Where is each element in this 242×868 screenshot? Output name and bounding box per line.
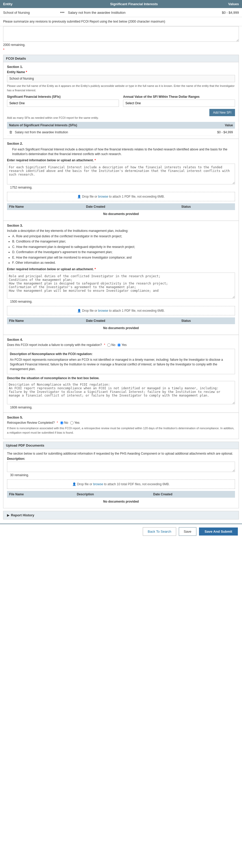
section4-char-count: 1608 remaining.: [7, 405, 235, 410]
section3-required-label: Enter required information below or uplo…: [7, 268, 235, 271]
section3-no-docs: No documents provided: [7, 324, 235, 332]
report-history-arrow: ▶: [7, 514, 9, 517]
sfi-value-cell: $0 - $4,999: [186, 129, 235, 136]
summary-char-count: 2000 remaining.: [0, 42, 242, 47]
section5-radio-yes[interactable]: [70, 421, 74, 425]
section3-browse-link[interactable]: browse: [98, 309, 108, 312]
annual-value-select[interactable]: Select One: [123, 100, 235, 107]
annual-value-label: Annual Value of the SFI Within These Dol…: [123, 95, 235, 98]
upload-pdf-col-date: Date Created: [151, 491, 235, 498]
section3-no-docs-row: No documents provided: [7, 324, 235, 332]
annual-value-col: Annual Value of the SFI Within These Dol…: [123, 95, 235, 107]
footer-bar: Back To Search Save Save And Submit: [0, 524, 242, 539]
save-and-submit-button[interactable]: Save And Submit: [199, 527, 238, 535]
section5-radio-no[interactable]: [60, 421, 64, 425]
sfi-select[interactable]: Select One: [7, 100, 119, 107]
section3-col-date: Date Created: [84, 317, 179, 324]
noncompliance-header: Description of Noncompliance with the FC…: [10, 352, 232, 356]
noncompliance-text: An FCOI report represents noncompliance …: [10, 358, 232, 371]
noncompliance-box: Description of Noncompliance with the FC…: [7, 349, 235, 374]
section3-item-d: D. Confirmation of the Investigator's ag…: [12, 249, 235, 255]
section3-item-f: F. Other information as needed.: [12, 260, 235, 265]
row-sfi: Salary not from the awardee Institution: [68, 11, 208, 14]
entity-help-text: Please use the full name of the Entity a…: [7, 84, 235, 92]
section3-char-count: 1500 remaining.: [7, 299, 235, 304]
row-values: $0 - $4,999: [208, 11, 239, 14]
table-header: Entity Significant Financial Interests V…: [0, 0, 242, 8]
section2-upload-area[interactable]: 👤 Drop file or browse to attach 1 PDF fi…: [7, 192, 235, 201]
add-sfi-note: Add as many SFIs as needed within one FC…: [7, 116, 235, 119]
upload-pdf-box: Upload PDF Documents The section below i…: [3, 442, 239, 508]
summary-textarea[interactable]: [3, 26, 239, 42]
upload-pdf-col-filename: File Name: [7, 491, 75, 498]
header-values: Values: [208, 2, 239, 6]
save-button[interactable]: Save: [179, 527, 197, 536]
section2-required-label: Enter required information below or uplo…: [7, 158, 235, 162]
section4-radio-no[interactable]: [107, 343, 111, 347]
fcoi-details-box: FCOI Details Section 1. Entity Name * Pl…: [3, 55, 239, 439]
row-entity: School of Nursing: [3, 11, 60, 14]
upload-pdf-header: Upload PDF Documents: [3, 442, 239, 449]
upload-pdf-no-docs: No documents provided: [7, 498, 235, 505]
section3-col-status: Status: [179, 317, 235, 324]
section4-radio-no-label[interactable]: No: [107, 343, 115, 347]
section4-question: Does this FCOI report include a failure …: [7, 343, 102, 347]
section2-col-filename: File Name: [7, 203, 84, 210]
section3-textarea[interactable]: [7, 273, 235, 299]
upload-pdf-char-count: 30 remaining.: [7, 473, 235, 477]
section4-star: *: [104, 343, 105, 347]
section5-question: Retrospective Review Completed?: [7, 421, 55, 425]
section4-radio-yes[interactable]: [117, 343, 121, 347]
section3-item-c: C. How the management plan is designed t…: [12, 244, 235, 249]
section2-no-docs: No documents provided: [7, 210, 235, 218]
section3-item-a: A. Role and principal duties of the conf…: [12, 234, 235, 239]
section2-intro: For each Significant Financial Interest …: [7, 147, 235, 156]
sfi-col-left: Significant Financial Interests (SFIs) S…: [7, 95, 119, 107]
section2-browse-link[interactable]: browse: [98, 195, 108, 198]
report-history-bar[interactable]: ▶ Report History: [3, 511, 239, 520]
back-to-search-button[interactable]: Back To Search: [143, 527, 176, 536]
section2-file-table: File Name Date Created Status No documen…: [7, 203, 235, 218]
entity-name-label: Entity Name *: [7, 70, 235, 74]
sfi-nature-cell: 🗑 Salary not from the awardee Institutio…: [7, 129, 186, 136]
section4-title: Section 4.: [7, 338, 235, 342]
section3-item-b: B. Conditions of the management plan;: [12, 239, 235, 244]
section5-radio-no-label[interactable]: No: [60, 421, 68, 425]
upload-pdf-desc-textarea[interactable]: [7, 462, 235, 472]
section2-no-docs-row: No documents provided: [7, 210, 235, 218]
section5-radio-yes-label[interactable]: Yes: [70, 421, 79, 425]
section2-col-status: Status: [179, 203, 235, 210]
section3-title: Section 3.: [7, 223, 235, 227]
section3-item-e: E. How the management plan will be monit…: [12, 255, 235, 260]
delete-sfi-icon[interactable]: 🗑: [9, 130, 12, 134]
upload-pdf-col-description: Description: [75, 491, 151, 498]
table-row: School of Nursing ••• Salary not from th…: [0, 8, 242, 17]
section2-upload-text: 👤 Drop file or browse to attach 1 PDF fi…: [77, 195, 165, 198]
section4-radio-yes-label[interactable]: Yes: [117, 343, 127, 347]
section2-star: *: [95, 158, 96, 162]
section4-textarea[interactable]: [7, 381, 235, 404]
section3-upload-area[interactable]: 👤 Drop file or browse to attach 1 PDF fi…: [7, 306, 235, 315]
section5-title: Section 5.: [7, 415, 235, 420]
sfi-row: Significant Financial Interests (SFIs) S…: [7, 95, 235, 107]
describe-label: Describe the situation of noncompliance …: [7, 376, 235, 380]
section2-col-date: Date Created: [84, 203, 179, 210]
section2-block: Section 2. For each Significant Financia…: [3, 139, 239, 220]
upload-pdf-browse-link[interactable]: browse: [93, 483, 103, 486]
required-indicator: *: [3, 48, 4, 52]
sfi-table-row: 🗑 Salary not from the awardee Institutio…: [7, 129, 235, 136]
section2-textarea[interactable]: For each Significant Financial Interest …: [7, 164, 235, 184]
sfi-table-header-nature: Nature of Significant Financial Interest…: [7, 122, 186, 129]
entity-name-input[interactable]: [7, 75, 235, 82]
section3-block: Section 3. Include a description of the …: [3, 221, 239, 335]
section3-star: *: [95, 268, 96, 271]
section3-file-table: File Name Date Created Status No documen…: [7, 317, 235, 332]
upload-pdf-no-docs-row: No documents provided: [7, 498, 235, 505]
fcoi-details-header: FCOI Details: [3, 55, 239, 62]
add-sfi-button[interactable]: Add New SFI: [209, 109, 235, 116]
section3-upload-text: 👤 Drop file or browse to attach 1 PDF fi…: [77, 309, 165, 312]
entity-name-required: *: [26, 70, 27, 74]
report-history-label: Report History: [11, 513, 34, 517]
upload-pdf-upload-area[interactable]: 👤 Drop file or browse to attach 10 total…: [7, 479, 235, 489]
row-dots: •••: [60, 10, 68, 15]
